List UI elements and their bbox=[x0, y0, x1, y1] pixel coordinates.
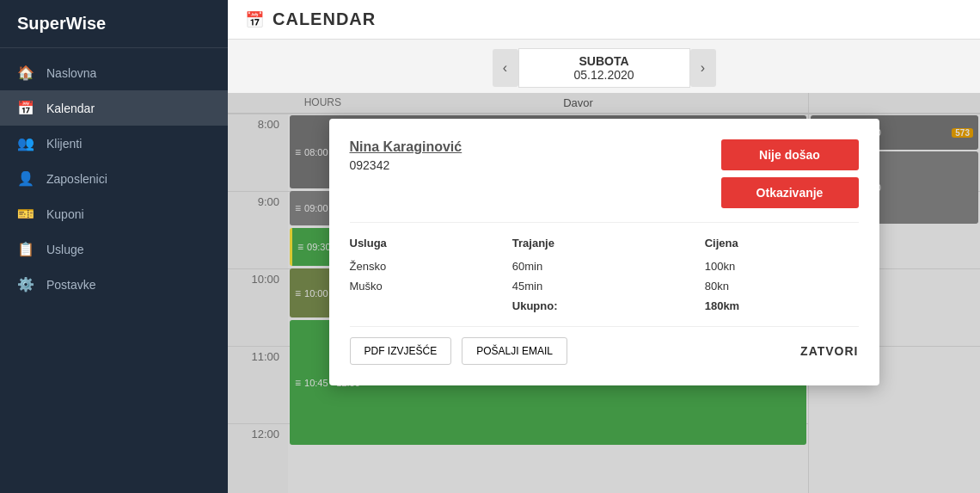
client-info: Nina Karaginović 092342 bbox=[350, 139, 462, 172]
date-navigation: ‹ SUBOTA 05.12.2020 › bbox=[228, 40, 980, 93]
total-empty bbox=[350, 296, 512, 316]
modal-action-buttons: Nije došao Otkazivanje bbox=[721, 139, 859, 208]
service-2-name: Muško bbox=[350, 276, 512, 296]
sidebar-item-usluge[interactable]: 📋 Usluge bbox=[0, 231, 228, 267]
service-row-1: Žensko 60min 100kn bbox=[350, 256, 859, 276]
send-email-button[interactable]: POŠALJI EMAIL bbox=[462, 337, 567, 365]
sidebar-label-klijenti: Klijenti bbox=[46, 137, 82, 151]
client-name[interactable]: Nina Karaginović bbox=[350, 139, 462, 155]
sidebar: SuperWise 🏠 Naslovna 📅 Kalendar 👥 Klijen… bbox=[0, 0, 228, 493]
sidebar-item-kalendar[interactable]: 📅 Kalendar bbox=[0, 90, 228, 126]
header-bar: 📅 CALENDAR bbox=[228, 0, 980, 40]
col-price: Cijena bbox=[705, 233, 859, 256]
date-value: 05.12.2020 bbox=[554, 68, 655, 82]
prev-date-button[interactable]: ‹ bbox=[493, 49, 518, 87]
service-2-price: 80kn bbox=[705, 276, 859, 296]
calendar-area: HOURS Davor 8:00 9:00 10:00 11:00 12:00 bbox=[228, 93, 980, 493]
total-value: 180km bbox=[705, 296, 859, 316]
sidebar-label-kuponi: Kuponi bbox=[46, 207, 84, 221]
client-phone: 092342 bbox=[350, 158, 462, 172]
header-calendar-icon: 📅 bbox=[245, 10, 264, 29]
modal-divider-2 bbox=[350, 326, 859, 327]
sidebar-item-klijenti[interactable]: 👥 Klijenti bbox=[0, 126, 228, 161]
services-table: Usluga Trajanje Cijena Žensko 60min 100k… bbox=[350, 233, 859, 316]
sidebar-nav: 🏠 Naslovna 📅 Kalendar 👥 Klijenti 👤 Zapos… bbox=[0, 48, 228, 309]
day-name: SUBOTA bbox=[554, 54, 655, 68]
col-duration: Trajanje bbox=[512, 233, 705, 256]
sidebar-item-postavke[interactable]: ⚙️ Postavke bbox=[0, 267, 228, 302]
service-1-price: 100kn bbox=[705, 256, 859, 276]
date-display: SUBOTA 05.12.2020 bbox=[518, 48, 690, 88]
sidebar-label-postavke: Postavke bbox=[46, 278, 96, 292]
service-1-duration: 60min bbox=[512, 256, 705, 276]
page-title: CALENDAR bbox=[273, 9, 376, 29]
coupons-icon: 🎫 bbox=[17, 206, 34, 222]
appointment-modal: Nina Karaginović 092342 Nije došao Otkaz… bbox=[329, 119, 879, 385]
close-modal-button[interactable]: ZATVORI bbox=[800, 344, 858, 358]
col-service: Usluga bbox=[350, 233, 512, 256]
next-date-button[interactable]: › bbox=[690, 49, 716, 87]
sidebar-label-kalendar: Kalendar bbox=[46, 102, 95, 115]
services-icon: 📋 bbox=[17, 241, 34, 257]
sidebar-label-naslovna: Naslovna bbox=[46, 66, 96, 80]
settings-icon: ⚙️ bbox=[17, 276, 34, 293]
sidebar-item-zaposlenici[interactable]: 👤 Zaposlenici bbox=[0, 161, 228, 196]
pdf-report-button[interactable]: PDF IZVJEŠĆE bbox=[350, 337, 452, 365]
service-row-2: Muško 45min 80kn bbox=[350, 276, 859, 296]
service-2-duration: 45min bbox=[512, 276, 705, 296]
sidebar-item-kuponi[interactable]: 🎫 Kuponi bbox=[0, 196, 228, 231]
modal-footer: PDF IZVJEŠĆE POŠALJI EMAIL ZATVORI bbox=[350, 337, 859, 365]
app-logo: SuperWise bbox=[0, 0, 228, 48]
sidebar-label-zaposlenici: Zaposlenici bbox=[46, 172, 107, 186]
main-content: 📅 CALENDAR ‹ SUBOTA 05.12.2020 › HOURS D… bbox=[228, 0, 980, 493]
footer-buttons: PDF IZVJEŠĆE POŠALJI EMAIL bbox=[350, 337, 567, 365]
modal-header: Nina Karaginović 092342 Nije došao Otkaz… bbox=[350, 139, 859, 208]
service-1-name: Žensko bbox=[350, 256, 512, 276]
modal-overlay[interactable]: Nina Karaginović 092342 Nije došao Otkaz… bbox=[228, 93, 980, 493]
not-came-button[interactable]: Nije došao bbox=[721, 139, 859, 170]
clients-icon: 👥 bbox=[17, 135, 34, 151]
home-icon: 🏠 bbox=[17, 65, 34, 81]
sidebar-item-naslovna[interactable]: 🏠 Naslovna bbox=[0, 55, 228, 90]
modal-divider bbox=[350, 222, 859, 223]
total-row: Ukupno: 180km bbox=[350, 296, 859, 316]
calendar-icon: 📅 bbox=[17, 100, 34, 116]
employees-icon: 👤 bbox=[17, 170, 34, 187]
cancel-button[interactable]: Otkazivanje bbox=[721, 177, 859, 208]
sidebar-label-usluge: Usluge bbox=[46, 243, 84, 256]
total-label: Ukupno: bbox=[512, 296, 705, 316]
